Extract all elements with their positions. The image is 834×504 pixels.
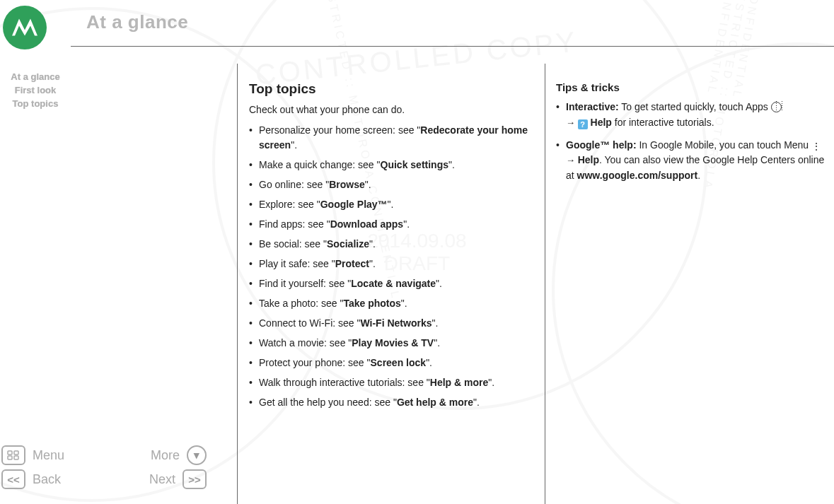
tip2-url[interactable]: www.google.com/support — [577, 170, 698, 181]
topic-item: Be social: see "Socialize". — [249, 237, 532, 252]
topic-item: Find it yourself: see "Locate & navigate… — [249, 276, 532, 291]
main-column: Top topics Check out what your phone can… — [249, 79, 532, 415]
menu-button-label[interactable]: Menu — [33, 448, 64, 463]
svg-rect-3 — [14, 456, 18, 459]
topic-link[interactable]: Google Play™ — [320, 199, 388, 210]
help-icon: ? — [578, 119, 588, 129]
header: At a glance — [0, 0, 834, 62]
topic-link[interactable]: Locate & navigate — [351, 278, 436, 289]
next-button-label[interactable]: Next — [149, 472, 175, 487]
topic-link[interactable]: Socialize — [327, 238, 369, 250]
topic-link[interactable]: Take photos — [343, 298, 400, 309]
tip2-lead: Google™ help: — [566, 139, 637, 151]
tip1-lead: Interactive: — [566, 101, 619, 112]
tip2-help[interactable]: Help — [578, 154, 599, 165]
tip2-t4: . — [697, 170, 700, 181]
back-button-label[interactable]: Back — [33, 472, 61, 487]
tip2-t1: In Google Mobile, you can touch Menu — [637, 139, 811, 151]
header-rule — [71, 46, 834, 47]
topic-item: Personalize your home screen: see "Redec… — [249, 123, 532, 153]
topic-link[interactable]: Browse — [329, 179, 365, 190]
tips-column: Tips & tricks Interactive: To get starte… — [556, 79, 825, 191]
more-icon[interactable]: ▾ — [187, 445, 207, 465]
topic-item: Protect your phone: see "Screen lock". — [249, 356, 532, 370]
sidebar-link-first-look[interactable]: First look — [0, 84, 71, 98]
main-heading: Top topics — [249, 79, 532, 100]
topic-link[interactable]: Play Movies & TV — [352, 337, 434, 348]
sidebar-nav: At a glance First look Top topics — [0, 71, 71, 111]
topic-link[interactable]: Protect — [335, 258, 369, 269]
tip1-help[interactable]: Help — [591, 117, 612, 128]
tips-heading: Tips & tricks — [556, 79, 825, 95]
next-icon[interactable]: >> — [183, 469, 207, 489]
topic-item: Connect to Wi-Fi: see "Wi-Fi Networks". — [249, 316, 532, 331]
top-topics-list: Personalize your home screen: see "Redec… — [249, 123, 532, 410]
apps-icon — [771, 102, 782, 112]
sidebar-link-top-topics[interactable]: Top topics — [0, 98, 71, 111]
back-icon[interactable]: << — [1, 469, 25, 489]
topic-link[interactable]: Wi-Fi Networks — [360, 317, 432, 329]
svg-rect-0 — [8, 451, 12, 455]
topic-item: Get all the help you need: see "Get help… — [249, 395, 532, 410]
topic-link[interactable]: Help & more — [430, 377, 488, 388]
topic-link[interactable]: Screen lock — [371, 357, 427, 368]
tip1-arrow: → — [566, 117, 578, 128]
topic-link[interactable]: Get help & more — [397, 397, 473, 408]
topic-item: Make a quick change: see "Quick settings… — [249, 158, 532, 172]
sidebar-link-at-a-glance[interactable]: At a glance — [0, 71, 71, 84]
tip1-t1: To get started quickly, touch Apps — [619, 101, 771, 112]
tip-google-help: Google™ help: In Google Mobile, you can … — [556, 138, 825, 184]
svg-rect-2 — [8, 456, 12, 459]
menu-icon[interactable] — [1, 445, 25, 465]
column-divider-2 — [545, 64, 545, 504]
main-intro: Check out what your phone can do. — [249, 102, 532, 117]
tip1-t3: for interactive tutorials. — [612, 117, 714, 128]
topic-link[interactable]: Download apps — [330, 218, 403, 230]
motorola-logo — [3, 6, 47, 49]
overflow-menu-icon: ⋮ — [811, 145, 818, 148]
topic-item: Find apps: see "Download apps". — [249, 217, 532, 232]
column-divider-1 — [237, 64, 238, 504]
topic-item: Explore: see "Google Play™". — [249, 197, 532, 212]
topic-item: Take a photo: see "Take photos". — [249, 296, 532, 311]
topic-item: Walk through interactive tutorials: see … — [249, 375, 532, 390]
topic-item: Play it safe: see "Protect". — [249, 257, 532, 271]
topic-link[interactable]: Quick settings — [381, 159, 448, 170]
svg-rect-1 — [14, 451, 18, 455]
bottom-nav: Menu More ▾ << Back Next >> — [1, 443, 214, 491]
more-button-label[interactable]: More — [151, 448, 180, 463]
topic-item: Watch a movie: see "Play Movies & TV". — [249, 336, 532, 351]
tip2-arrow: → — [566, 155, 578, 165]
page-title: At a glance — [86, 11, 188, 33]
tip-interactive: Interactive: To get started quickly, tou… — [556, 100, 825, 130]
topic-item: Go online: see "Browse". — [249, 177, 532, 192]
